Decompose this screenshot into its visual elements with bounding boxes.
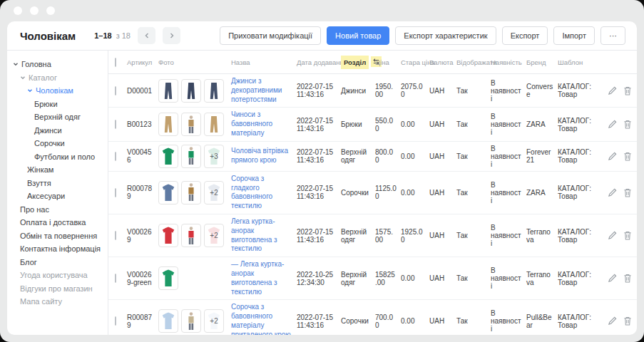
- product-photo-thumbnail[interactable]: [204, 79, 224, 103]
- sidebar-item-оплата-і-доставка[interactable]: Оплата і доставка: [7, 216, 108, 229]
- product-photo-thumbnail[interactable]: [158, 79, 178, 103]
- more-photos-thumbnail[interactable]: +3: [204, 145, 224, 168]
- sidebar-item-про-нас[interactable]: Про нас: [7, 203, 108, 217]
- sidebar-item-футболки-и-поло[interactable]: Футболки и поло: [7, 150, 108, 164]
- edit-product-button[interactable]: [608, 86, 617, 95]
- sidebar-item-угода-користувача[interactable]: Угода користувача: [7, 269, 108, 282]
- row-checkbox[interactable]: [115, 86, 116, 95]
- section-cell: Сорочки: [341, 189, 375, 197]
- product-name-link[interactable]: Легка куртка-анорак виготовлена з тексти…: [231, 217, 292, 254]
- column-header[interactable]: Дата додавання: [297, 58, 341, 66]
- actions-cell: [605, 152, 637, 161]
- edit-product-button[interactable]: [608, 231, 617, 240]
- edit-product-button[interactable]: [608, 120, 617, 129]
- product-photo-thumbnail[interactable]: [158, 224, 178, 247]
- hide-modifications-button[interactable]: Приховати модифікації: [220, 26, 321, 45]
- sidebar-item-головна[interactable]: Головна: [7, 58, 108, 71]
- delete-product-button[interactable]: [623, 188, 632, 197]
- delete-product-button[interactable]: [623, 274, 632, 283]
- row-checkbox[interactable]: [115, 188, 116, 197]
- sidebar-item-жінкам[interactable]: Жінкам: [7, 163, 108, 177]
- delete-product-button[interactable]: [623, 86, 632, 95]
- product-photo-thumbnail[interactable]: [158, 266, 178, 290]
- product-photo-thumbnail[interactable]: [158, 113, 178, 136]
- product-photo-thumbnail[interactable]: [204, 113, 224, 136]
- next-page-button[interactable]: [163, 27, 180, 44]
- edit-product-button[interactable]: [608, 152, 617, 161]
- product-photo-thumbnail[interactable]: [181, 309, 201, 333]
- row-checkbox[interactable]: [115, 152, 116, 161]
- window-control-dot[interactable]: [46, 6, 55, 15]
- window-control-dot[interactable]: [30, 6, 39, 15]
- product-name-link[interactable]: Чоловіча вітрівка прямого крою: [231, 147, 292, 165]
- delete-product-button[interactable]: [623, 231, 632, 240]
- new-product-button[interactable]: Новий товар: [327, 26, 389, 45]
- sidebar-item-сорочки[interactable]: Сорочки: [7, 137, 108, 150]
- row-checkbox[interactable]: [115, 316, 116, 326]
- column-header-sorted[interactable]: Розділ: [341, 56, 375, 69]
- delete-product-button[interactable]: [623, 120, 632, 129]
- sidebar-item-блог[interactable]: Блог: [7, 256, 108, 269]
- product-name-link[interactable]: Чиноси з бавовняного матеріалу: [231, 110, 292, 138]
- product-photo-thumbnail[interactable]: [181, 145, 201, 168]
- edit-product-button[interactable]: [608, 316, 617, 326]
- prev-page-button[interactable]: [138, 27, 155, 44]
- column-header[interactable]: Фото: [158, 58, 231, 66]
- column-header[interactable]: Валюта: [429, 58, 456, 66]
- more-photos-thumbnail[interactable]: +2: [204, 309, 224, 333]
- select-all-checkbox[interactable]: [115, 58, 116, 67]
- column-header[interactable]: Назва: [231, 58, 297, 66]
- delete-product-button[interactable]: [623, 316, 632, 326]
- row-checkbox[interactable]: [115, 120, 116, 129]
- export-button[interactable]: Експорт: [502, 26, 548, 45]
- row-checkbox[interactable]: [115, 274, 116, 283]
- sidebar-item-взуття[interactable]: Взуття: [7, 177, 108, 190]
- row-checkbox[interactable]: [115, 231, 116, 240]
- column-header[interactable]: Наявність: [491, 58, 526, 66]
- product-photo-thumbnail[interactable]: [181, 224, 201, 247]
- column-header[interactable]: Стара ціна: [401, 58, 429, 66]
- product-photo-thumbnail[interactable]: [181, 181, 201, 204]
- column-header[interactable]: Відображати: [456, 58, 491, 66]
- column-header[interactable]: Бренд: [526, 58, 558, 66]
- sidebar-item-мапа-сайту[interactable]: Мапа сайту: [7, 295, 108, 309]
- garment-photo: [161, 147, 175, 165]
- sidebar-item-каталог[interactable]: Каталог: [7, 71, 108, 85]
- chevron-down-icon: [13, 61, 19, 67]
- product-name-link[interactable]: Сорочка з гладкого бавовняного текстилю: [231, 175, 292, 211]
- page-header: Чоловікам 1–18 з 18 Приховати модифікаці…: [7, 21, 637, 51]
- edit-product-button[interactable]: [608, 274, 617, 283]
- brand-cell: Terranova: [526, 271, 558, 286]
- column-header[interactable]: Артикул: [127, 58, 158, 66]
- product-photo-thumbnail[interactable]: [158, 181, 178, 204]
- sidebar-item-обмін-та-повернення[interactable]: Обмін та повернення: [7, 229, 108, 243]
- product-photo-thumbnail[interactable]: [158, 145, 178, 168]
- column-header[interactable]: Ціна: [375, 58, 401, 66]
- import-button[interactable]: Імпорт: [553, 26, 595, 45]
- template-cell: КАТАЛОГ: Товар: [558, 314, 605, 329]
- window-control-dot[interactable]: [14, 6, 22, 15]
- more-photos-thumbnail[interactable]: +2: [204, 181, 224, 204]
- product-name-link[interactable]: — Легка куртка-анорак виготовлена з текс…: [231, 260, 292, 296]
- product-photo-thumbnail[interactable]: [181, 79, 201, 103]
- delete-product-button[interactable]: [623, 152, 632, 161]
- more-actions-button[interactable]: ···: [600, 26, 625, 45]
- sidebar-item-джинси[interactable]: Джинси: [7, 124, 108, 138]
- sidebar-item-аксесуари[interactable]: Аксесуари: [7, 190, 108, 203]
- pants-photo: [163, 115, 174, 133]
- more-photos-thumbnail[interactable]: +2: [204, 224, 224, 247]
- product-photo-thumbnail[interactable]: [158, 309, 178, 333]
- sidebar-item-чоловікам[interactable]: Чоловікам: [7, 84, 108, 98]
- sidebar-item-верхній-одяг[interactable]: Верхній одяг: [7, 110, 108, 124]
- column-header[interactable]: Шаблон: [558, 58, 605, 66]
- edit-product-button[interactable]: [608, 188, 617, 197]
- product-photo-thumbnail[interactable]: [181, 113, 201, 136]
- sidebar-item-відгуки-про-магазин[interactable]: Відгуки про магазин: [7, 282, 108, 296]
- product-name-link[interactable]: Сорочка з бавовняного матеріалу притален…: [231, 303, 292, 335]
- date-added-cell: 2022-07-15 11:43:16: [297, 117, 341, 133]
- product-name-link[interactable]: Джинси з декоративними потертостями: [231, 77, 292, 104]
- sidebar-item-брюки[interactable]: Брюки: [7, 98, 108, 111]
- delete-icon: [623, 316, 632, 326]
- export-characteristics-button[interactable]: Експорт характеристик: [395, 26, 496, 45]
- sidebar-item-контактна-інформація[interactable]: Контактна інформація: [7, 242, 108, 256]
